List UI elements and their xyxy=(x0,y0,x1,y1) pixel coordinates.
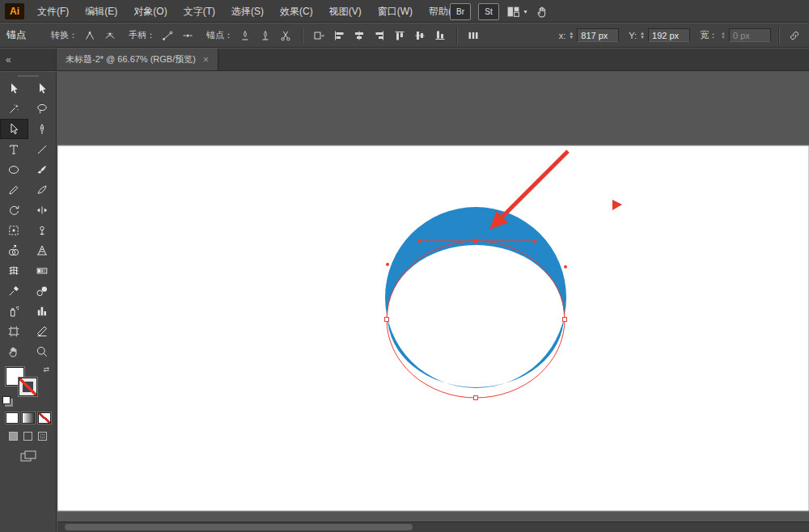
show-handles-button[interactable] xyxy=(159,27,176,44)
hand-gesture-icon[interactable] xyxy=(536,5,549,19)
rotate-tool[interactable] xyxy=(0,200,28,220)
paintbrush-tool[interactable] xyxy=(28,159,57,179)
remove-anchor-button[interactable] xyxy=(237,27,253,44)
draw-normal-button[interactable] xyxy=(9,432,18,441)
perspective-grid-tool[interactable] xyxy=(28,240,57,260)
cut-path-button[interactable] xyxy=(277,27,294,44)
align-bottom-button[interactable] xyxy=(432,27,448,44)
x-stepper[interactable]: ▲▼ xyxy=(569,32,574,40)
anchor-point-left[interactable] xyxy=(385,318,389,322)
align-top-button[interactable] xyxy=(392,27,408,44)
type-tool[interactable] xyxy=(0,139,28,159)
align-hcenter-button[interactable] xyxy=(351,27,367,44)
distribute-button[interactable] xyxy=(465,27,481,44)
horizontal-scrollbar[interactable] xyxy=(57,521,809,532)
menu-window[interactable]: 窗口(W) xyxy=(370,0,421,23)
change-screen-mode-button[interactable] xyxy=(0,450,56,462)
none-button[interactable] xyxy=(38,412,51,424)
align-to-dropdown[interactable] xyxy=(311,27,327,44)
handle-end-dot[interactable] xyxy=(417,239,421,243)
menu-edit[interactable]: 编辑(E) xyxy=(77,0,125,23)
menu-object[interactable]: 对象(O) xyxy=(125,0,175,23)
handle-dot-upper-left[interactable] xyxy=(386,263,389,266)
shaper-tool[interactable] xyxy=(28,179,57,200)
line-segment-tool[interactable] xyxy=(28,139,57,159)
convert-to-corner-button[interactable] xyxy=(82,27,98,44)
selection-tool[interactable] xyxy=(0,78,28,99)
draw-behind-button[interactable] xyxy=(23,432,32,441)
x-input[interactable]: 817 px xyxy=(577,28,619,42)
symbol-sprayer-tool[interactable] xyxy=(0,301,28,321)
magic-wand-tool[interactable] xyxy=(0,99,28,119)
menu-type[interactable]: 文字(T) xyxy=(176,0,223,23)
group-selection-tool[interactable] xyxy=(28,78,57,99)
draw-mode-row xyxy=(0,432,56,441)
puppet-warp-tool[interactable] xyxy=(28,220,57,240)
align-left-button[interactable] xyxy=(331,27,347,44)
control-title: 锚点 xyxy=(6,28,26,42)
add-anchor-button[interactable] xyxy=(257,27,273,44)
y-stepper[interactable]: ▲▼ xyxy=(640,32,645,40)
width-tool[interactable] xyxy=(28,200,57,220)
selection-icon xyxy=(7,82,20,95)
menu-effect[interactable]: 效果(C) xyxy=(272,0,321,23)
anchor-point-bottom[interactable] xyxy=(474,396,478,400)
chevron-down-icon: ▼ xyxy=(523,9,528,15)
ellipse-tool[interactable] xyxy=(0,159,28,179)
toolbar-grip[interactable] xyxy=(18,75,39,77)
anchor-point-right[interactable] xyxy=(563,318,567,322)
menu-view[interactable]: 视图(V) xyxy=(321,0,370,23)
align-left-icon xyxy=(333,30,345,41)
pencil-tool[interactable] xyxy=(0,179,28,200)
eyedropper-icon xyxy=(7,285,20,298)
collapse-panels-button[interactable]: « xyxy=(0,49,57,70)
slice-tool[interactable] xyxy=(28,321,57,341)
column-graph-icon xyxy=(36,305,49,318)
align-hcenter-icon xyxy=(354,30,365,41)
mesh-tool[interactable] xyxy=(0,260,28,281)
align-vcenter-button[interactable] xyxy=(412,27,428,44)
menu-select[interactable]: 选择(S) xyxy=(223,0,272,23)
ellipse-icon xyxy=(7,163,20,176)
tab-close-icon[interactable]: × xyxy=(203,54,209,65)
link-dimensions-button[interactable] xyxy=(786,27,803,44)
type-icon xyxy=(7,143,20,156)
eyedropper-tool[interactable] xyxy=(0,281,28,301)
y-input[interactable]: 192 px xyxy=(648,28,690,42)
color-button[interactable] xyxy=(6,412,19,424)
hand-tool[interactable] xyxy=(0,341,28,361)
gradient-button[interactable] xyxy=(22,412,35,424)
document-tab[interactable]: 未标题-2* @ 66.67% (RGB/预览) × xyxy=(57,49,218,70)
add-anchor-icon xyxy=(260,30,271,41)
scrollbar-thumb[interactable] xyxy=(65,524,413,530)
canvas-area[interactable] xyxy=(57,72,809,521)
free-transform-tool[interactable] xyxy=(0,220,28,240)
gradient-tool[interactable] xyxy=(28,260,57,281)
stroke-color-swatch[interactable] xyxy=(19,378,37,396)
convert-to-smooth-button[interactable] xyxy=(102,27,118,44)
handle-dot-upper-right[interactable] xyxy=(564,265,567,268)
remove-anchor-icon xyxy=(239,30,251,41)
blend-tool[interactable] xyxy=(28,281,57,301)
tools-panel: ⇄ xyxy=(0,72,57,532)
y-label: Y: xyxy=(629,31,637,40)
bridge-button[interactable]: Br xyxy=(450,3,471,20)
direct-selection-tool[interactable] xyxy=(0,119,28,139)
pen-tool[interactable] xyxy=(28,119,57,139)
menu-file[interactable]: 文件(F) xyxy=(29,0,77,23)
workspace-switcher[interactable]: ▼ xyxy=(506,5,528,19)
anchor-point-top[interactable] xyxy=(474,239,478,243)
swap-colors-icon[interactable]: ⇄ xyxy=(43,366,49,374)
shape-builder-tool[interactable] xyxy=(0,240,28,260)
zoom-tool[interactable] xyxy=(28,341,57,361)
stock-button[interactable]: St xyxy=(478,3,499,20)
column-graph-tool[interactable] xyxy=(28,301,57,321)
align-right-button[interactable] xyxy=(371,27,388,44)
artboard-tool[interactable] xyxy=(0,321,28,341)
default-colors-icon[interactable] xyxy=(2,396,11,404)
handle-end-dot[interactable] xyxy=(533,239,536,243)
hide-handles-button[interactable] xyxy=(180,27,196,44)
align-top-icon xyxy=(394,30,405,41)
lasso-tool[interactable] xyxy=(28,99,57,119)
draw-inside-button[interactable] xyxy=(38,432,47,441)
